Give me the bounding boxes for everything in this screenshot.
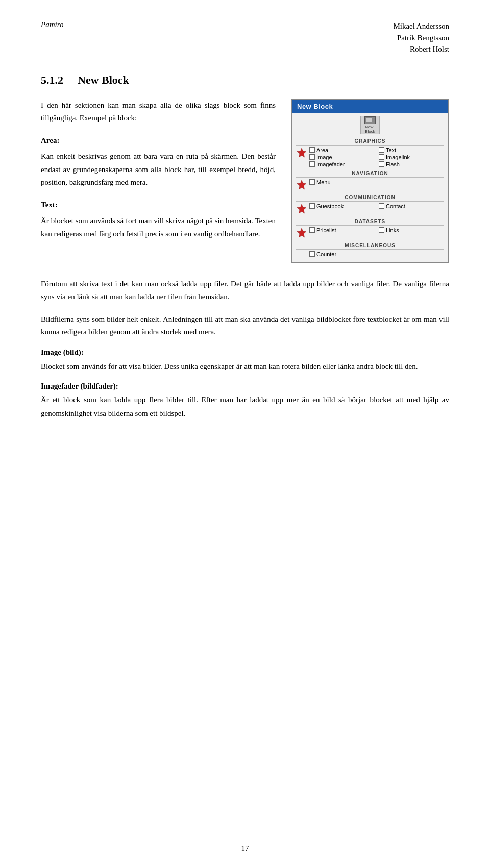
miscellaneous-row: Counter — [296, 251, 444, 257]
communication-items: Guestbook Contact — [309, 203, 444, 209]
pricelist-item: Pricelist — [309, 227, 375, 233]
communication-star-icon — [296, 203, 309, 215]
image-section: Image (bild): Blocket som används för at… — [41, 348, 449, 373]
header-left: Pamiro — [41, 20, 63, 29]
miscellaneous-label: MISCELLANEOUS — [296, 242, 444, 250]
graphics-row: Area Text Image Imagelink Imagefader Fla… — [296, 147, 444, 167]
flash-item: Flash — [379, 161, 444, 167]
communication-row: Guestbook Contact — [296, 203, 444, 215]
communication-section: COMMUNICATION Guestbook Contact — [296, 194, 444, 215]
imagelink-item: Imagelink — [379, 154, 444, 160]
para1: Förutom att skriva text i det kan man oc… — [41, 278, 449, 304]
menu-checkbox[interactable] — [309, 179, 315, 185]
widget-title-bar: New Block — [292, 100, 448, 113]
icon-label: NewBlock — [365, 125, 375, 134]
area-text: Kan enkelt beskrivas genom att bara vara… — [41, 152, 276, 186]
image-text: Blocket som används för att visa bilder.… — [41, 360, 449, 373]
text-body: Är blocket som används så fort man vill … — [41, 216, 276, 238]
graphics-label: GRAPHICS — [296, 137, 444, 146]
menu-item: Menu — [309, 179, 444, 185]
section-number: 5.1.2 — [41, 74, 63, 86]
disk-icon — [364, 116, 376, 124]
image-checkbox[interactable] — [309, 154, 315, 160]
image-heading: Image (bild): — [41, 348, 449, 357]
guestbook-checkbox[interactable] — [309, 203, 315, 209]
two-col-layout: I den här sektionen kan man skapa alla d… — [41, 99, 449, 263]
navigation-row: Menu — [296, 179, 444, 191]
section-heading: 5.1.2New Block — [41, 74, 449, 87]
svg-marker-2 — [297, 204, 306, 213]
svg-marker-3 — [297, 228, 306, 237]
widget-body: NewBlock GRAPHICS Area — [292, 113, 448, 262]
text-item: Text — [379, 147, 444, 153]
graphics-section: GRAPHICS Area Text Image Imagelink — [296, 137, 444, 167]
svg-marker-1 — [297, 180, 306, 189]
pricelist-checkbox[interactable] — [309, 227, 315, 233]
navigation-section: NAVIGATION Menu — [296, 170, 444, 191]
para2: Bildfilerna syns som bilder helt enkelt.… — [41, 313, 449, 339]
new-block-icon: NewBlock — [360, 116, 380, 134]
text-column: I den här sektionen kan man skapa alla d… — [41, 99, 276, 263]
imagelink-checkbox[interactable] — [379, 154, 384, 160]
communication-label: COMMUNICATION — [296, 194, 444, 202]
area-heading: Area: — [41, 134, 276, 148]
area-item: Area — [309, 147, 375, 153]
datasets-section: DATASETS Pricelist Links — [296, 218, 444, 239]
imagefader-text: Är ett block som kan ladda upp flera bil… — [41, 394, 449, 420]
datasets-items: Pricelist Links — [309, 227, 444, 233]
datasets-row: Pricelist Links — [296, 227, 444, 239]
communication-grid: Guestbook Contact — [309, 203, 444, 209]
contact-item: Contact — [379, 203, 444, 209]
svg-marker-0 — [297, 148, 306, 157]
graphics-star-icon — [296, 147, 309, 159]
imagefader-heading: Imagefader (bildfader): — [41, 382, 449, 391]
page-number: 17 — [241, 844, 249, 852]
imagefader-section: Imagefader (bildfader): Är ett block som… — [41, 382, 449, 420]
graphics-grid: Area Text Image Imagelink Imagefader Fla… — [309, 147, 444, 167]
links-checkbox[interactable] — [379, 227, 384, 233]
datasets-star-icon — [296, 227, 309, 239]
author-2: Patrik Bengtsson — [393, 32, 449, 44]
intro-paragraph: I den här sektionen kan man skapa alla d… — [41, 99, 276, 125]
area-section: Area: Kan enkelt beskrivas genom att bar… — [41, 134, 276, 189]
page-footer: 17 — [0, 844, 490, 853]
datasets-grid: Pricelist Links — [309, 227, 444, 233]
text-heading: Text: — [41, 199, 276, 212]
miscellaneous-section: MISCELLANEOUS Counter — [296, 242, 444, 257]
author-3: Robert Holst — [393, 43, 449, 55]
links-item: Links — [379, 227, 444, 233]
author-1: Mikael Andersson — [393, 20, 449, 32]
datasets-label: DATASETS — [296, 218, 444, 226]
page-header: Pamiro Mikael Andersson Patrik Bengtsson… — [41, 20, 449, 55]
text-section: Text: Är blocket som används så fort man… — [41, 199, 276, 241]
widget-top-icon-area: NewBlock — [296, 116, 444, 134]
miscellaneous-items: Counter — [309, 251, 444, 257]
flash-checkbox[interactable] — [379, 161, 384, 167]
new-block-widget: New Block NewBlock GRAPHICS — [291, 99, 449, 263]
imagefader-item: Imagefader — [309, 161, 375, 167]
navigation-items: Menu — [309, 179, 444, 185]
navigation-label: NAVIGATION — [296, 170, 444, 178]
imagefader-checkbox[interactable] — [309, 161, 315, 167]
counter-checkbox[interactable] — [309, 251, 315, 257]
area-checkbox[interactable] — [309, 147, 315, 153]
counter-item: Counter — [309, 251, 444, 257]
contact-checkbox[interactable] — [379, 203, 384, 209]
graphics-items: Area Text Image Imagelink Imagefader Fla… — [309, 147, 444, 167]
section-title: New Block — [78, 74, 129, 86]
widget-column: New Block NewBlock GRAPHICS — [291, 99, 449, 263]
header-right: Mikael Andersson Patrik Bengtsson Robert… — [393, 20, 449, 55]
image-item: Image — [309, 154, 375, 160]
app-name: Pamiro — [41, 20, 63, 29]
guestbook-item: Guestbook — [309, 203, 375, 209]
navigation-star-icon — [296, 179, 309, 191]
text-checkbox[interactable] — [379, 147, 384, 153]
